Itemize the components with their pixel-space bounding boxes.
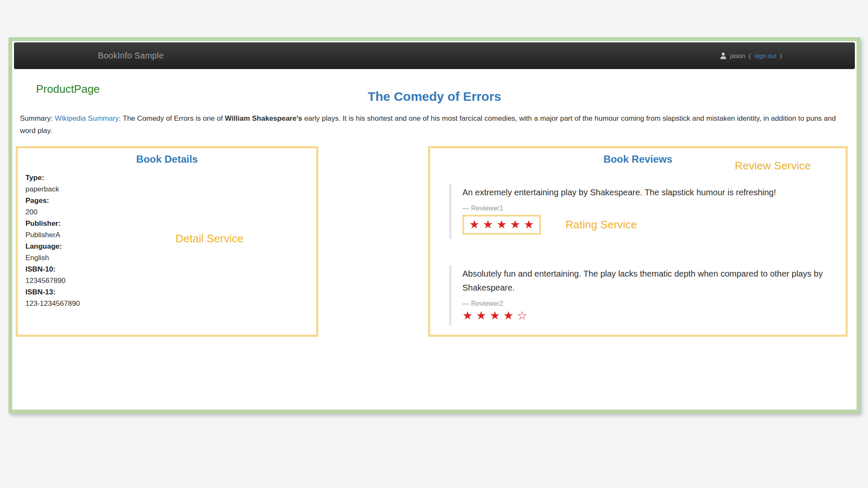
- field-value: 1234567890: [25, 275, 316, 286]
- reviewer-name: — Reviewer1: [462, 205, 833, 212]
- review-item: An extremely entertaining play by Shakes…: [449, 184, 846, 239]
- navbar-username: jason: [730, 52, 746, 59]
- detail-service-label: Detail Service: [175, 232, 243, 245]
- signout-link[interactable]: sign out: [754, 52, 776, 59]
- summary-bold-author: William Shakespeare's: [225, 114, 302, 122]
- field-value: paperback: [25, 183, 316, 195]
- navbar-brand[interactable]: BookInfo Sample: [14, 51, 164, 61]
- field-value: 123-1234567890: [25, 298, 316, 309]
- navbar: BookInfo Sample jason ( sign out ): [14, 42, 855, 69]
- field-label: Pages:: [25, 195, 316, 206]
- field-label: Type:: [25, 172, 316, 183]
- navbar-user-section: jason ( sign out ): [720, 52, 855, 59]
- book-details-fields: Type: paperback Pages: 200 Publisher: Pu…: [25, 172, 316, 309]
- book-details-panel: Book Details Type: paperback Pages: 200 …: [16, 146, 318, 337]
- review-text: Absolutely fun and entertaining. The pla…: [462, 267, 827, 295]
- bookinfo-app-frame: BookInfo Sample jason ( sign out ) Produ…: [8, 37, 860, 413]
- rating-row: ★★★★★ Rating Service: [462, 215, 833, 235]
- summary-before-bold: The Comedy of Errors is one of: [123, 114, 223, 122]
- reviewer-name: — Reviewer2: [462, 300, 833, 308]
- user-icon: [720, 52, 727, 59]
- book-summary: Summary: Wikipedia Summary: The Comedy o…: [20, 112, 850, 137]
- summary-prefix: Summary:: [20, 114, 53, 122]
- rating-service-highlight-box: ★★★★★: [462, 215, 541, 235]
- review-service-label: Review Service: [735, 159, 811, 172]
- star-rating: ★★★★☆: [462, 310, 531, 322]
- book-title: The Comedy of Errors: [12, 89, 857, 104]
- rating-row: ★★★★☆: [462, 310, 833, 322]
- field-label: Language:: [25, 241, 316, 252]
- field-label: ISBN-10:: [25, 263, 316, 275]
- star-rating: ★★★★★: [469, 218, 537, 231]
- paren-open: (: [748, 52, 751, 59]
- paren-close: ): [780, 52, 782, 59]
- wikipedia-summary-link[interactable]: Wikipedia Summary:: [55, 114, 121, 122]
- field-value: 200: [25, 206, 316, 218]
- field-value: English: [25, 252, 316, 263]
- field-label: Publisher:: [25, 218, 316, 229]
- book-details-heading: Book Details: [18, 153, 316, 165]
- field-label: ISBN-13:: [25, 286, 316, 298]
- review-text: An extremely entertaining play by Shakes…: [462, 186, 827, 200]
- book-reviews-panel: Book Reviews Review Service An extremely…: [428, 146, 848, 337]
- review-item: Absolutely fun and entertaining. The pla…: [449, 265, 846, 326]
- field-value: PublisherA: [25, 229, 316, 241]
- rating-service-label: Rating Service: [565, 218, 637, 231]
